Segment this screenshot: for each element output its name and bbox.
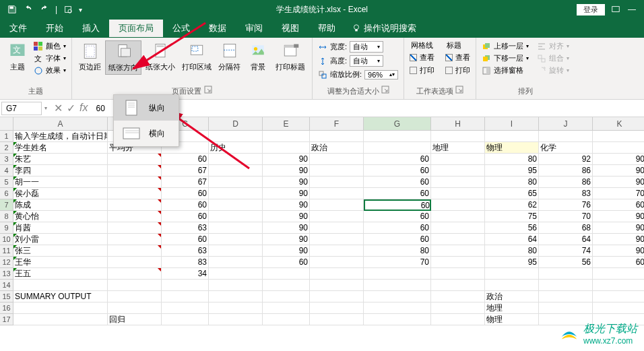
cell[interactable]: 67 [162, 165, 209, 177]
fonts-button[interactable]: 文字体▾ [32, 53, 67, 64]
cell[interactable]: 90 [593, 154, 644, 165]
cell[interactable] [108, 188, 162, 199]
cell[interactable]: 83 [162, 257, 209, 268]
selection-pane-button[interactable]: 选择窗格 [480, 65, 530, 76]
cell[interactable] [13, 314, 108, 325]
cell[interactable]: 黄心怡 [13, 211, 108, 222]
size-button[interactable]: 纸张大小 [143, 40, 178, 73]
cell[interactable]: 64 [485, 234, 539, 245]
cell[interactable] [431, 234, 485, 245]
cell[interactable] [209, 177, 263, 188]
cell[interactable]: 64 [539, 234, 593, 245]
print-area-button[interactable]: 打印区域 [179, 40, 214, 73]
cell[interactable]: 60 [364, 211, 431, 222]
cell[interactable]: 80 [485, 154, 539, 165]
breaks-button[interactable]: 分隔符 [216, 40, 243, 73]
ribbon-options-icon[interactable] [610, 4, 621, 15]
cell[interactable]: 政治 [310, 142, 364, 154]
cell[interactable]: 90 [263, 222, 310, 234]
cell[interactable] [209, 234, 263, 245]
fx-icon[interactable]: fx [79, 102, 88, 115]
cell[interactable] [310, 211, 364, 222]
cell[interactable] [539, 280, 593, 291]
cell[interactable]: 60 [162, 154, 209, 165]
cell[interactable] [108, 291, 162, 302]
cell[interactable]: 学生姓名 [13, 142, 108, 154]
row-header[interactable]: 15 [0, 291, 13, 302]
cell[interactable]: 张三 [13, 245, 108, 257]
cell[interactable] [108, 234, 162, 245]
cell[interactable]: 朱艺 [13, 154, 108, 165]
cell[interactable]: 90 [263, 177, 310, 188]
cell[interactable]: 95 [485, 165, 539, 177]
cell[interactable] [263, 131, 310, 142]
print-titles-button[interactable]: 打印标题 [273, 40, 308, 73]
align-button[interactable]: 对齐▾ [536, 40, 571, 52]
tab-开始[interactable]: 开始 [36, 20, 73, 37]
cell[interactable]: 地理 [431, 142, 485, 154]
cell[interactable]: 76 [539, 199, 593, 211]
tab-审阅[interactable]: 审阅 [236, 20, 272, 37]
margins-button[interactable]: 页边距 [76, 40, 104, 73]
cell[interactable]: 60 [364, 234, 431, 245]
cell[interactable] [485, 131, 539, 142]
cell[interactable] [209, 291, 263, 302]
cell[interactable]: 90 [593, 165, 644, 177]
cell[interactable]: 80 [364, 245, 431, 257]
cell[interactable]: 90 [263, 188, 310, 199]
undo-icon[interactable] [23, 4, 34, 15]
tab-帮助[interactable]: 帮助 [309, 20, 345, 37]
cell[interactable]: 67 [162, 177, 209, 188]
cell[interactable]: 历史 [209, 142, 263, 154]
cell[interactable]: 60 [162, 234, 209, 245]
cell[interactable]: 83 [539, 188, 593, 199]
cell[interactable] [209, 245, 263, 257]
cell[interactable] [209, 165, 263, 177]
row-header[interactable]: 2 [0, 142, 13, 154]
cell[interactable] [209, 302, 263, 314]
height-combo[interactable]: 自动▾ [350, 55, 383, 67]
row-header[interactable]: 17 [0, 314, 13, 325]
cell[interactable]: 王五 [13, 268, 108, 280]
cell[interactable] [310, 257, 364, 268]
cell[interactable]: 陈成 [13, 199, 108, 211]
cell[interactable] [431, 211, 485, 222]
cell[interactable] [209, 154, 263, 165]
tab-页面布局[interactable]: 页面布局 [109, 20, 163, 37]
dialog-launcher-icon[interactable] [381, 86, 389, 94]
cell[interactable] [431, 280, 485, 291]
row-header[interactable]: 16 [0, 302, 13, 314]
tell-me-search[interactable]: 操作说明搜索 [352, 22, 416, 34]
cell[interactable]: 90 [263, 234, 310, 245]
cell[interactable] [162, 314, 209, 325]
cell[interactable]: 63 [162, 245, 209, 257]
print-preview-icon[interactable] [63, 4, 73, 15]
minimize-icon[interactable]: — [626, 4, 637, 15]
cell[interactable] [485, 280, 539, 291]
cell[interactable]: 60 [593, 199, 644, 211]
redo-icon[interactable] [39, 4, 50, 15]
cell[interactable]: 56 [485, 222, 539, 234]
cell[interactable]: 70 [593, 188, 644, 199]
cell[interactable] [593, 131, 644, 142]
cell[interactable] [364, 314, 431, 325]
cell[interactable] [431, 268, 485, 280]
cell[interactable]: 62 [485, 199, 539, 211]
cell[interactable] [431, 131, 485, 142]
cell[interactable]: 90 [593, 234, 644, 245]
landscape-option[interactable]: 横向 [114, 121, 179, 146]
row-header[interactable]: 8 [0, 211, 13, 222]
cell[interactable] [364, 268, 431, 280]
cell[interactable]: 68 [539, 222, 593, 234]
cell[interactable]: 60 [364, 154, 431, 165]
cell[interactable]: 60 [593, 257, 644, 268]
cell[interactable] [310, 280, 364, 291]
column-header[interactable]: I [485, 117, 539, 131]
orientation-button[interactable]: 纸张方向 [105, 40, 141, 75]
row-header[interactable]: 11 [0, 245, 13, 257]
cell[interactable] [485, 268, 539, 280]
gridlines-print-checkbox[interactable]: 打印 [408, 65, 436, 76]
cell[interactable] [209, 188, 263, 199]
cell[interactable] [310, 222, 364, 234]
cell[interactable] [593, 268, 644, 280]
